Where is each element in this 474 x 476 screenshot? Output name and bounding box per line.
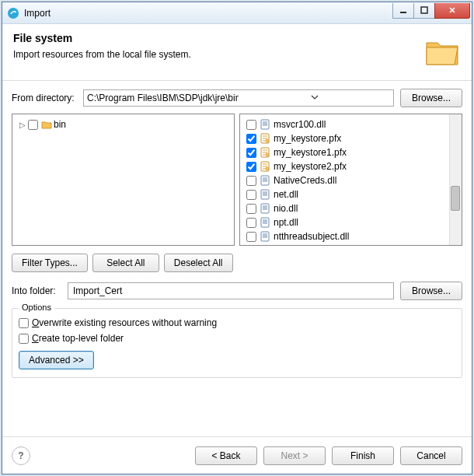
svg-point-0 (8, 8, 19, 19)
file-row[interactable]: net.dll (242, 187, 460, 201)
svg-rect-13 (261, 176, 269, 185)
file-row[interactable]: NativeCreds.dll (242, 173, 460, 187)
svg-rect-21 (261, 204, 269, 213)
certificate-icon (260, 147, 270, 158)
options-legend: Options (19, 303, 54, 312)
tree-checkbox-bin[interactable] (28, 120, 38, 130)
advanced-button[interactable]: Advanced >> (19, 351, 94, 369)
file-row[interactable]: my_keystore2.pfx (242, 159, 460, 173)
file-checkbox[interactable] (246, 162, 256, 172)
window-buttons (393, 3, 470, 19)
select-all-button[interactable]: Select All (92, 254, 159, 272)
into-folder-input[interactable] (68, 282, 394, 299)
file-name: nio.dll (274, 203, 298, 214)
wizard-banner: File system Import resources from the lo… (2, 24, 472, 81)
next-button[interactable]: Next > (263, 446, 326, 465)
browse-source-button[interactable]: Browse... (400, 89, 462, 107)
deselect-all-button[interactable]: Deselect All (164, 254, 233, 272)
file-checkbox[interactable] (246, 190, 256, 200)
tree-item-label: bin (54, 119, 66, 130)
file-icon (260, 175, 270, 186)
file-checkbox[interactable] (246, 120, 256, 130)
top-level-checkbox[interactable] (19, 334, 29, 344)
from-directory-value: C:\Program Files\IBM\SDP\jdk\jre\bin (87, 93, 239, 103)
file-checkbox[interactable] (246, 232, 256, 242)
file-name: my_keystore2.pfx (274, 161, 347, 172)
titlebar: Import (2, 2, 472, 24)
banner-subheading: Import resources from the local file sys… (13, 49, 423, 60)
svg-rect-29 (261, 232, 269, 241)
file-row[interactable]: my_keystore1.pfx (242, 145, 460, 159)
file-icon (260, 217, 270, 228)
file-checkbox[interactable] (246, 176, 256, 186)
wizard-content: From directory: C:\Program Files\IBM\SDP… (2, 81, 472, 436)
file-name: my_keystore.pfx (274, 133, 341, 144)
folder-large-icon (423, 32, 461, 69)
overwrite-checkbox[interactable] (19, 318, 29, 328)
import-dialog: Import File system Import resources from… (2, 2, 472, 474)
file-checkbox[interactable] (246, 134, 256, 144)
certificate-icon (260, 161, 270, 172)
file-icon (260, 119, 270, 130)
file-row[interactable]: my_keystore.pfx (242, 131, 460, 145)
finish-button[interactable]: Finish (332, 446, 394, 465)
file-icon (260, 189, 270, 200)
options-group: Options Overwrite existing resources wit… (12, 308, 462, 378)
maximize-button[interactable] (413, 3, 435, 19)
scrollbar[interactable] (449, 114, 462, 245)
minimize-button[interactable] (392, 3, 414, 19)
svg-rect-2 (421, 7, 427, 13)
svg-rect-25 (261, 218, 269, 227)
file-checkbox[interactable] (246, 218, 256, 228)
wizard-footer: ? < Back Next > Finish Cancel (2, 436, 472, 474)
filter-types-button[interactable]: Filter Types... (12, 254, 88, 272)
svg-point-8 (266, 139, 269, 142)
file-checkbox[interactable] (246, 148, 256, 158)
chevron-down-icon[interactable] (239, 93, 390, 103)
back-button[interactable]: < Back (195, 446, 257, 465)
file-row[interactable]: npt.dll (242, 215, 460, 229)
certificate-icon (260, 133, 270, 144)
folder-icon (41, 120, 52, 129)
file-row[interactable]: nio.dll (242, 201, 460, 215)
svg-point-10 (266, 153, 269, 156)
directory-tree-pane[interactable]: ▷ bin (12, 114, 235, 246)
svg-rect-1 (400, 12, 406, 13)
browse-target-button[interactable]: Browse... (400, 282, 462, 300)
cancel-button[interactable]: Cancel (400, 446, 462, 465)
close-button[interactable] (434, 3, 470, 19)
banner-heading: File system (13, 32, 423, 44)
overwrite-label[interactable]: Overwrite existing resources without war… (32, 317, 217, 328)
file-name: NativeCreds.dll (274, 175, 336, 186)
svg-rect-3 (261, 120, 269, 129)
window-title: Import (24, 8, 393, 19)
app-icon (7, 7, 19, 19)
from-directory-label: From directory: (12, 93, 83, 103)
svg-rect-17 (261, 190, 269, 199)
file-name: ntthreadsubject.dll (274, 231, 349, 242)
tree-item-bin[interactable]: ▷ bin (14, 117, 232, 131)
from-directory-combo[interactable]: C:\Program Files\IBM\SDP\jdk\jre\bin (83, 89, 394, 107)
scroll-thumb[interactable] (451, 186, 460, 211)
svg-point-12 (266, 167, 269, 170)
help-icon[interactable]: ? (12, 446, 30, 465)
file-name: net.dll (274, 189, 298, 200)
expand-icon[interactable]: ▷ (19, 121, 26, 129)
file-row[interactable]: ntthreadsubject.dll (242, 229, 460, 243)
file-name: my_keystore1.pfx (274, 147, 347, 158)
file-icon (260, 231, 270, 242)
file-list-pane[interactable]: msvcr100.dllmy_keystore.pfxmy_keystore1.… (239, 114, 462, 246)
file-row[interactable]: msvcr100.dll (242, 117, 460, 131)
top-level-label[interactable]: Create top-level folder (32, 333, 124, 344)
file-icon (260, 203, 270, 214)
file-name: msvcr100.dll (274, 119, 326, 130)
file-name: npt.dll (274, 217, 298, 228)
into-folder-label: Into folder: (12, 285, 68, 296)
file-checkbox[interactable] (246, 204, 256, 214)
